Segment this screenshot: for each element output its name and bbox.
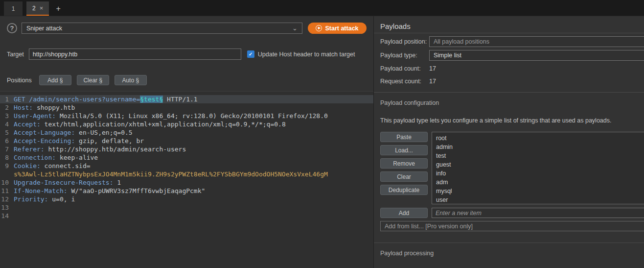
new-tab-button[interactable]: + bbox=[52, 1, 65, 16]
attack-type-select[interactable]: Sniper attack ⌄ bbox=[22, 23, 302, 34]
add-position-button[interactable]: Add § bbox=[39, 75, 71, 85]
line-number: 5 bbox=[0, 128, 9, 137]
positions-toolbar: Positions Add § Clear § Auto § bbox=[0, 75, 373, 85]
payload-count-label: Payload count: bbox=[380, 65, 429, 72]
payload-type-label: Payload type: bbox=[380, 52, 429, 59]
request-line[interactable]: 8Connection: keep-alive bbox=[0, 153, 373, 162]
payload-list-item[interactable]: adm bbox=[432, 178, 644, 187]
line-number: 10 bbox=[0, 178, 9, 187]
tab-2-label: 2 bbox=[32, 5, 36, 12]
target-label: Target bbox=[7, 51, 24, 58]
request-line[interactable]: 7Referer: http://shoppy.htb/admin/search… bbox=[0, 145, 373, 153]
payload-list-item[interactable]: test bbox=[432, 151, 644, 160]
payload-list-item[interactable]: root bbox=[432, 134, 644, 143]
request-editor[interactable]: 1GET /admin/search-users?username=§test§… bbox=[0, 91, 373, 268]
separator bbox=[374, 33, 644, 33]
line-number: 8 bbox=[0, 153, 9, 162]
positions-label: Positions bbox=[7, 77, 32, 84]
payload-type-row: Payload type: Simple list bbox=[374, 50, 644, 61]
request-editor-lines: 1GET /admin/search-users?username=§test§… bbox=[0, 95, 373, 220]
tab-1-label: 1 bbox=[12, 5, 15, 12]
tab-bar: 1 2 × + bbox=[0, 0, 644, 16]
request-line[interactable]: 6Accept-Encoding: gzip, deflate, br bbox=[0, 137, 373, 145]
payload-position-select[interactable]: All payload positions bbox=[429, 36, 644, 47]
paste-button[interactable]: Paste bbox=[380, 132, 428, 142]
line-number bbox=[0, 170, 9, 178]
line-number: 4 bbox=[0, 120, 9, 128]
load-button[interactable]: Load... bbox=[380, 145, 428, 155]
request-count-label: Request count: bbox=[380, 78, 429, 85]
line-number: 2 bbox=[0, 103, 9, 112]
request-line[interactable]: 13 bbox=[0, 203, 373, 212]
request-line[interactable]: 2Host: shoppy.htb bbox=[0, 103, 373, 112]
attack-config-row: ? Sniper attack ⌄ ▶ Start attack bbox=[0, 16, 373, 34]
remove-button[interactable]: Remove bbox=[380, 158, 428, 169]
payload-list-item[interactable]: admin bbox=[432, 143, 644, 151]
payload-position-label: Payload position: bbox=[380, 38, 429, 45]
line-number: 9 bbox=[0, 162, 9, 170]
intruder-window: 1 2 × + ? Sniper attack ⌄ ▶ Start attack bbox=[0, 0, 644, 268]
payload-list-item[interactable]: user bbox=[432, 195, 644, 204]
line-number: 3 bbox=[0, 112, 9, 120]
target-input[interactable] bbox=[29, 49, 241, 60]
target-row: Target ✓ Update Host header to match tar… bbox=[0, 49, 373, 60]
deduplicate-button[interactable]: Deduplicate bbox=[380, 185, 428, 195]
start-attack-button[interactable]: ▶ Start attack bbox=[308, 23, 367, 34]
payloads-title: Payloads bbox=[374, 16, 644, 33]
tab-1[interactable]: 1 bbox=[4, 1, 23, 16]
line-number: 13 bbox=[0, 203, 9, 212]
chevron-down-icon: ⌄ bbox=[292, 26, 298, 30]
add-from-list-label: Add from list... [Pro version only] bbox=[385, 223, 473, 230]
payload-count-row: Payload count: 17 bbox=[374, 64, 644, 73]
payload-count-value: 17 bbox=[429, 65, 436, 72]
separator bbox=[374, 243, 644, 243]
line-number: 6 bbox=[0, 137, 9, 145]
request-line[interactable]: 10Upgrade-Insecure-Requests: 1 bbox=[0, 178, 373, 187]
payload-configuration-description: This payload type lets you configure a s… bbox=[374, 117, 644, 124]
new-item-input[interactable] bbox=[432, 208, 644, 218]
add-item-row: Add bbox=[374, 208, 644, 218]
payload-list-item[interactable]: info bbox=[432, 169, 644, 178]
tab-2[interactable]: 2 × bbox=[26, 1, 49, 16]
payload-configuration-title: Payload configuration bbox=[374, 99, 644, 106]
add-from-list-select[interactable]: Add from list... [Pro version only] bbox=[380, 221, 644, 231]
payload-position-value: All payload positions bbox=[434, 38, 489, 45]
request-line[interactable]: 1GET /admin/search-users?username=§test§… bbox=[0, 95, 373, 103]
help-icon[interactable]: ? bbox=[7, 23, 17, 33]
line-number: 7 bbox=[0, 145, 9, 153]
payload-buttons-column: Paste Load... Remove Clear Deduplicate bbox=[380, 132, 428, 195]
clear-button[interactable]: Clear bbox=[380, 171, 428, 182]
request-line[interactable]: 5Accept-Language: en-US,en;q=0.5 bbox=[0, 128, 373, 137]
payload-list-item[interactable]: guest bbox=[432, 160, 644, 169]
request-count-value: 17 bbox=[429, 78, 436, 85]
request-line[interactable]: 14 bbox=[0, 212, 373, 220]
payload-type-select[interactable]: Simple list bbox=[429, 50, 644, 61]
request-line[interactable]: 4Accept: text/html,application/xhtml+xml… bbox=[0, 120, 373, 128]
auto-positions-button[interactable]: Auto § bbox=[115, 75, 147, 85]
request-line[interactable]: 3User-Agent: Mozilla/5.0 (X11; Linux x86… bbox=[0, 112, 373, 120]
line-number: 1 bbox=[0, 95, 9, 103]
payload-position-row: Payload position: All payload positions bbox=[374, 36, 644, 47]
line-number: 11 bbox=[0, 187, 9, 195]
clear-positions-button[interactable]: Clear § bbox=[77, 75, 109, 85]
payloads-panel: Payloads Payload position: All payload p… bbox=[374, 16, 644, 268]
request-panel: ? Sniper attack ⌄ ▶ Start attack Target … bbox=[0, 16, 373, 268]
separator bbox=[374, 92, 644, 93]
request-line[interactable]: 9Cookie: connect.sid= bbox=[0, 162, 373, 170]
close-tab-icon[interactable]: × bbox=[40, 5, 44, 11]
attack-type-value: Sniper attack bbox=[26, 25, 62, 32]
request-line[interactable]: 11If-None-Match: W/"aaO-pUWRV3sz7MffT6vw… bbox=[0, 187, 373, 195]
payload-list[interactable]: rootadmintestguestinfoadmmysqluser bbox=[432, 132, 644, 204]
payload-processing-title: Payload processing bbox=[374, 250, 644, 257]
request-line[interactable]: 12Priority: u=0, i bbox=[0, 195, 373, 203]
payload-list-item[interactable]: mysql bbox=[432, 187, 644, 195]
update-host-checkbox[interactable]: ✓ bbox=[247, 50, 254, 58]
start-attack-label: Start attack bbox=[325, 25, 358, 32]
payload-type-value: Simple list bbox=[434, 52, 461, 59]
main-split: ? Sniper attack ⌄ ▶ Start attack Target … bbox=[0, 16, 644, 268]
line-number: 14 bbox=[0, 212, 9, 220]
add-button[interactable]: Add bbox=[380, 208, 428, 218]
request-line[interactable]: s%3Awl-Lz5tlaHZTNybpsExJO4MnM1m5kii9.ZH9… bbox=[0, 170, 373, 178]
request-count-row: Request count: 17 bbox=[374, 76, 644, 86]
payload-list-area: Paste Load... Remove Clear Deduplicate r… bbox=[374, 132, 644, 204]
